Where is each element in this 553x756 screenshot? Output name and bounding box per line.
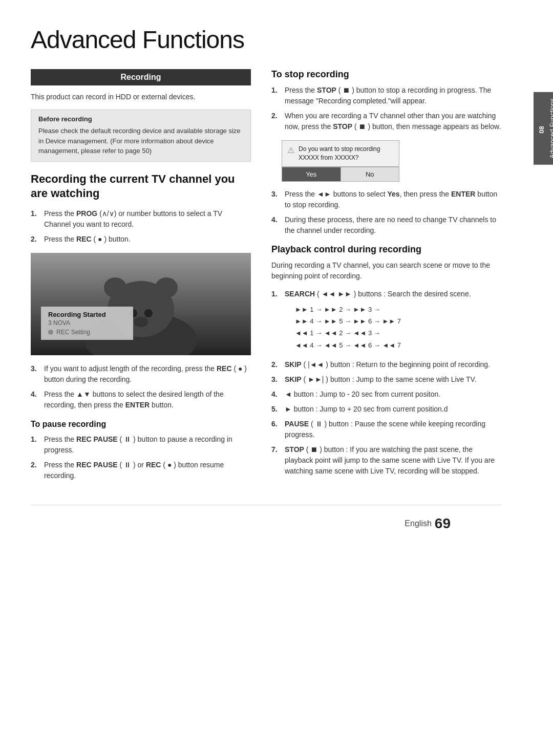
- step-text: Press the STOP ( ⏹ ) button to stop a re…: [285, 85, 502, 106]
- left-column: Recording This product can record in HDD…: [31, 69, 251, 489]
- recording-header: Recording: [31, 69, 251, 85]
- footer: English 69: [31, 505, 502, 542]
- step-text: PAUSE ( ⏸ ) button : Pause the scene whi…: [285, 419, 502, 440]
- chapter-title: Advanced Functions: [548, 98, 553, 159]
- before-recording-box: Before recording Please check the defaul…: [31, 110, 251, 162]
- step-text: If you want to adjust length of the reco…: [44, 363, 251, 385]
- svg-point-3: [104, 277, 126, 298]
- svg-point-4: [155, 277, 178, 298]
- list-item: 2. Press the REC ( ● ) button.: [31, 234, 251, 245]
- intro-text: This product can record in HDD or extern…: [31, 92, 251, 102]
- dialog-no-button[interactable]: No: [341, 167, 399, 181]
- main-content: Advanced Functions Recording This produc…: [0, 0, 553, 756]
- step-num: 4.: [31, 389, 40, 411]
- playback-steps-list: 1. SEARCH ( ◄◄ ►► ) buttons : Search the…: [271, 289, 502, 477]
- bear-image: [31, 253, 251, 355]
- step-text: Press the REC ( ● ) button.: [44, 234, 131, 245]
- pause-steps-list: 1. Press the REC PAUSE ( ⏸ ) button to p…: [31, 434, 251, 481]
- page-language: English: [405, 519, 431, 528]
- tv-image-box: Recording Started 3 NOVA REC Setting: [31, 253, 251, 355]
- step-num: 2.: [31, 460, 40, 481]
- before-recording-title: Before recording: [38, 115, 243, 123]
- step-text: ► button : Jump to + 20 sec from current…: [285, 404, 448, 415]
- rec-setting-row: REC Setting: [48, 329, 126, 336]
- list-item: 6. PAUSE ( ⏸ ) button : Pause the scene …: [271, 419, 502, 440]
- dialog-yes-button[interactable]: Yes: [282, 167, 341, 181]
- right-column: To stop recording 1. Press the STOP ( ⏹ …: [271, 69, 502, 489]
- two-column-layout: Recording This product can record in HDD…: [31, 69, 502, 489]
- step-text: SKIP ( |◄◄ ) button : Return to the begi…: [285, 359, 490, 370]
- step-num: 1.: [31, 208, 40, 230]
- page-number: 69: [435, 515, 451, 532]
- step-text: SEARCH ( ◄◄ ►► ) buttons : Search the de…: [285, 289, 471, 356]
- step-text: Press the ◄► buttons to select Yes, then…: [285, 189, 502, 210]
- page-title: Advanced Functions: [31, 26, 502, 54]
- step-text: Press the REC PAUSE ( ⏸ ) button to paus…: [44, 434, 251, 456]
- dialog-buttons: Yes No: [282, 167, 399, 181]
- step-text: Press the ▲▼ buttons to select the desir…: [44, 389, 251, 411]
- list-item: 3. If you want to adjust length of the r…: [31, 363, 251, 385]
- step-text: Press the PROG (∧/∨) or number buttons t…: [44, 208, 251, 230]
- before-recording-text: Please check the default recording devic…: [38, 126, 243, 156]
- dialog-header: ⚠ Do you want to stop recording XXXXX fr…: [282, 141, 399, 167]
- step-num: 4.: [271, 214, 281, 236]
- chapter-number: 08: [538, 126, 545, 134]
- step-num: 1.: [31, 434, 40, 456]
- bear-background: [31, 253, 251, 355]
- list-item: 1. Press the PROG (∧/∨) or number button…: [31, 208, 251, 230]
- step-text: When you are recording a TV channel othe…: [285, 111, 502, 132]
- steps-list: 1. Press the PROG (∧/∨) or number button…: [31, 208, 251, 245]
- list-item: 2. Press the REC PAUSE ( ⏸ ) or REC ( ● …: [31, 460, 251, 481]
- stop-dialog: ⚠ Do you want to stop recording XXXXX fr…: [282, 140, 399, 182]
- list-item: 1. SEARCH ( ◄◄ ►► ) buttons : Search the…: [271, 289, 502, 356]
- step-num: 2.: [31, 234, 40, 245]
- playback-intro: During recording a TV channel, you can s…: [271, 260, 502, 282]
- side-tab: 08 Advanced Functions: [534, 92, 553, 165]
- step-num: 2.: [271, 359, 281, 370]
- list-item: 4. ◄ button : Jump to - 20 sec from curr…: [271, 389, 502, 400]
- list-item: 2. SKIP ( |◄◄ ) button : Return to the b…: [271, 359, 502, 370]
- step-num: 4.: [271, 389, 281, 400]
- rec-sub: 3 NOVA: [48, 319, 126, 327]
- list-item: 2. When you are recording a TV channel o…: [271, 111, 502, 132]
- stop-recording-title: To stop recording: [271, 69, 502, 80]
- stop-steps-list-2: 3. Press the ◄► buttons to select Yes, t…: [271, 189, 502, 236]
- step-num: 1.: [271, 289, 281, 356]
- tv-recording-overlay: Recording Started 3 NOVA REC Setting: [41, 307, 133, 340]
- rec-dot: [48, 330, 53, 335]
- list-item: 7. STOP ( ⏹ ) button : If you are watchi…: [271, 444, 502, 477]
- step-num: 6.: [271, 419, 281, 440]
- svg-point-7: [134, 317, 148, 327]
- step-num: 3.: [271, 189, 281, 210]
- step-text: ◄ button : Jump to - 20 sec from current…: [285, 389, 440, 400]
- step-text: SKIP ( ►►| ) button : Jump to the same s…: [285, 374, 477, 385]
- step-num: 7.: [271, 444, 281, 477]
- warning-icon: ⚠: [287, 145, 294, 155]
- rec-setting-label: REC Setting: [56, 329, 90, 336]
- steps-list-2: 3. If you want to adjust length of the r…: [31, 363, 251, 411]
- search-sequences: ►► 1 → ►► 2 → ►► 3 → ►► 4 → ►► 5 → ►► 6 …: [295, 304, 471, 352]
- list-item: 4. During these process, there are no ne…: [271, 214, 502, 236]
- pause-recording-title: To pause recording: [31, 420, 251, 429]
- page-container: 08 Advanced Functions Advanced Functions…: [0, 0, 553, 756]
- list-item: 3. Press the ◄► buttons to select Yes, t…: [271, 189, 502, 210]
- step-num: 5.: [271, 404, 281, 415]
- list-item: 1. Press the STOP ( ⏹ ) button to stop a…: [271, 85, 502, 106]
- step-text: During these process, there are no need …: [285, 214, 502, 236]
- list-item: 5. ► button : Jump to + 20 sec from curr…: [271, 404, 502, 415]
- dialog-text: Do you want to stop recording XXXXX from…: [299, 145, 394, 162]
- list-item: 3. SKIP ( ►►| ) button : Jump to the sam…: [271, 374, 502, 385]
- step-num: 3.: [271, 374, 281, 385]
- list-item: 1. Press the REC PAUSE ( ⏸ ) button to p…: [31, 434, 251, 456]
- step-text: STOP ( ⏹ ) button : If you are watching …: [285, 444, 502, 477]
- svg-point-6: [144, 309, 153, 317]
- list-item: 4. Press the ▲▼ buttons to select the de…: [31, 389, 251, 411]
- step-num: 1.: [271, 85, 281, 106]
- step-num: 2.: [271, 111, 281, 132]
- playback-title: Playback control during recording: [271, 244, 502, 255]
- step-num: 3.: [31, 363, 40, 385]
- stop-steps-list: 1. Press the STOP ( ⏹ ) button to stop a…: [271, 85, 502, 132]
- rec-title: Recording Started: [48, 311, 126, 318]
- main-section-title: Recording the current TV channel you are…: [31, 172, 251, 201]
- step-text: Press the REC PAUSE ( ⏸ ) or REC ( ● ) b…: [44, 460, 251, 481]
